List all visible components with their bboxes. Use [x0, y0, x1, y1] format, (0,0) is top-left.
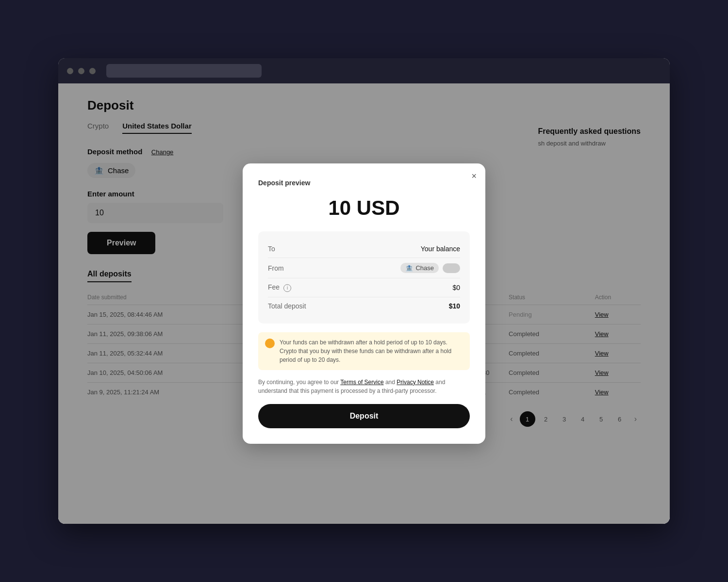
modal-bank-icon: 🏦 [405, 264, 413, 272]
modal-overlay: × Deposit preview 10 USD To Your balance… [58, 83, 670, 524]
modal-details: To Your balance From 🏦 Chase [258, 231, 470, 323]
modal-close-button[interactable]: × [471, 171, 477, 181]
modal-title: Deposit preview [258, 179, 470, 187]
privacy-notice-link[interactable]: Privacy Notice [397, 379, 434, 386]
modal-fee-value: $0 [452, 284, 460, 291]
browser-titlebar [58, 58, 670, 83]
modal-total-value: $10 [449, 302, 460, 310]
deposit-button[interactable]: Deposit [258, 404, 470, 428]
browser-content: Deposit Crypto United States Dollar Depo… [58, 83, 670, 524]
modal-amount: 10 USD [258, 196, 470, 220]
hold-text: Your funds can be withdrawn after a hold… [280, 338, 463, 364]
deposit-preview-modal: × Deposit preview 10 USD To Your balance… [243, 163, 485, 444]
modal-fee-label: Fee i [268, 283, 291, 292]
modal-bank-name: Chase [415, 264, 434, 272]
modal-from-row: From 🏦 Chase [268, 258, 460, 278]
modal-fee-row: Fee i $0 [268, 278, 460, 297]
hold-notice: Your funds can be withdrawn after a hold… [258, 332, 470, 370]
terms-of-service-link[interactable]: Terms of Service [340, 379, 383, 386]
hold-warning-icon [265, 339, 275, 348]
fee-info-icon: i [283, 284, 291, 292]
browser-dot-yellow [78, 68, 84, 74]
modal-to-value: Your balance [421, 245, 460, 253]
modal-bank-badge: 🏦 Chase [400, 263, 439, 273]
modal-from-value: 🏦 Chase [400, 263, 460, 273]
modal-to-label: To [268, 245, 275, 253]
modal-total-row: Total deposit $10 [268, 297, 460, 315]
modal-to-row: To Your balance [268, 240, 460, 258]
browser-addressbar [106, 64, 262, 78]
terms-text: By continuing, you agree to our Terms of… [258, 378, 470, 395]
modal-total-label: Total deposit [268, 302, 306, 310]
browser-dot-red [67, 68, 73, 74]
bank-toggle [443, 263, 460, 273]
browser-dot-green [89, 68, 96, 74]
browser-window: Deposit Crypto United States Dollar Depo… [58, 58, 670, 524]
modal-from-label: From [268, 264, 284, 272]
